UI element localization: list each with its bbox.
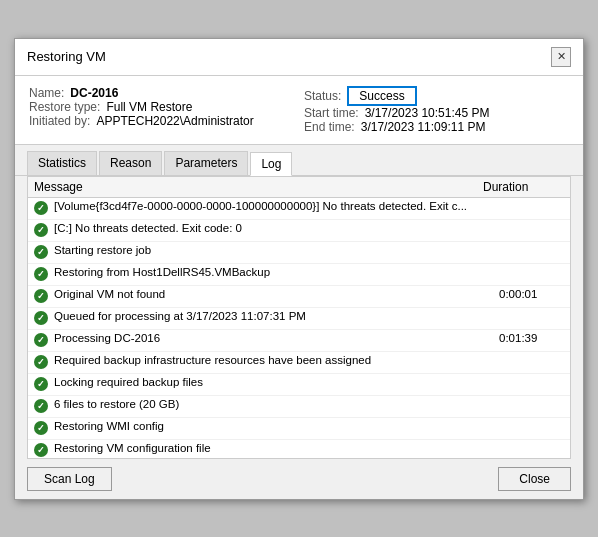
log-message: [C:] No threats detected. Exit code: 0 bbox=[54, 222, 499, 234]
log-message: Starting restore job bbox=[54, 244, 499, 256]
info-section: Name: DC-2016 Restore type: Full VM Rest… bbox=[15, 76, 583, 145]
dialog-title: Restoring VM bbox=[27, 49, 106, 64]
log-message: Processing DC-2016 bbox=[54, 332, 499, 344]
log-message: Restoring WMI config bbox=[54, 420, 499, 432]
log-body[interactable]: [Volume{f3cd4f7e-0000-0000-0000-10000000… bbox=[28, 198, 570, 458]
name-label: Name: bbox=[29, 86, 64, 100]
restore-type-value: Full VM Restore bbox=[106, 100, 192, 114]
log-row: Restoring WMI config bbox=[28, 418, 570, 440]
tab-reason[interactable]: Reason bbox=[99, 151, 162, 175]
restore-type-label: Restore type: bbox=[29, 100, 100, 114]
status-badge: Success bbox=[347, 86, 416, 106]
success-icon bbox=[34, 311, 50, 327]
log-row: Processing DC-20160:01:39 bbox=[28, 330, 570, 352]
info-initiated-row: Initiated by: APPTECH2022\Administrator bbox=[29, 114, 294, 128]
start-time-value: 3/17/2023 10:51:45 PM bbox=[365, 106, 490, 120]
tab-statistics[interactable]: Statistics bbox=[27, 151, 97, 175]
tab-log[interactable]: Log bbox=[250, 152, 292, 176]
initiated-label: Initiated by: bbox=[29, 114, 90, 128]
tabs-bar: Statistics Reason Parameters Log bbox=[15, 145, 583, 176]
info-end-time-row: End time: 3/17/2023 11:09:11 PM bbox=[304, 120, 569, 134]
log-table: Message Duration [Volume{f3cd4f7e-0000-0… bbox=[27, 176, 571, 459]
scan-log-button[interactable]: Scan Log bbox=[27, 467, 112, 491]
info-name-row: Name: DC-2016 bbox=[29, 86, 294, 100]
dialog: Restoring VM ✕ Name: DC-2016 Restore typ… bbox=[14, 38, 584, 500]
success-icon bbox=[34, 267, 50, 283]
footer: Scan Log Close bbox=[15, 459, 583, 499]
info-status-row: Status: Success bbox=[304, 86, 569, 106]
info-column-left: Name: DC-2016 Restore type: Full VM Rest… bbox=[29, 86, 294, 134]
log-message: Restoring from Host1DellRS45.VMBackup bbox=[54, 266, 499, 278]
log-row: Restoring VM configuration file bbox=[28, 440, 570, 458]
col-duration-header: Duration bbox=[483, 180, 548, 194]
success-icon bbox=[34, 289, 50, 305]
log-message: [Volume{f3cd4f7e-0000-0000-0000-10000000… bbox=[54, 200, 499, 212]
initiated-value: APPTECH2022\Administrator bbox=[96, 114, 253, 128]
log-message: Restoring VM configuration file bbox=[54, 442, 499, 454]
log-message: Locking required backup files bbox=[54, 376, 499, 388]
end-time-label: End time: bbox=[304, 120, 355, 134]
log-row: Queued for processing at 3/17/2023 11:07… bbox=[28, 308, 570, 330]
log-message: Required backup infrastructure resources… bbox=[54, 354, 499, 366]
col-message-header: Message bbox=[34, 180, 483, 194]
log-row: Locking required backup files bbox=[28, 374, 570, 396]
log-duration: 0:00:01 bbox=[499, 288, 564, 300]
log-table-header: Message Duration bbox=[28, 177, 570, 198]
log-message: Queued for processing at 3/17/2023 11:07… bbox=[54, 310, 499, 322]
log-message: 6 files to restore (20 GB) bbox=[54, 398, 499, 410]
log-row: 6 files to restore (20 GB) bbox=[28, 396, 570, 418]
log-row: [Volume{f3cd4f7e-0000-0000-0000-10000000… bbox=[28, 198, 570, 220]
close-button[interactable]: Close bbox=[498, 467, 571, 491]
success-icon bbox=[34, 443, 50, 458]
success-icon bbox=[34, 333, 50, 349]
log-row: Required backup infrastructure resources… bbox=[28, 352, 570, 374]
success-icon bbox=[34, 421, 50, 437]
success-icon bbox=[34, 377, 50, 393]
start-time-label: Start time: bbox=[304, 106, 359, 120]
window-close-button[interactable]: ✕ bbox=[551, 47, 571, 67]
log-message: Original VM not found bbox=[54, 288, 499, 300]
success-icon bbox=[34, 223, 50, 239]
end-time-value: 3/17/2023 11:09:11 PM bbox=[361, 120, 486, 134]
status-label: Status: bbox=[304, 89, 341, 103]
info-column-right: Status: Success Start time: 3/17/2023 10… bbox=[304, 86, 569, 134]
success-icon bbox=[34, 245, 50, 261]
log-row: [C:] No threats detected. Exit code: 0 bbox=[28, 220, 570, 242]
name-value: DC-2016 bbox=[70, 86, 118, 100]
log-row: Starting restore job bbox=[28, 242, 570, 264]
info-start-time-row: Start time: 3/17/2023 10:51:45 PM bbox=[304, 106, 569, 120]
log-row: Restoring from Host1DellRS45.VMBackup bbox=[28, 264, 570, 286]
tab-parameters[interactable]: Parameters bbox=[164, 151, 248, 175]
success-icon bbox=[34, 201, 50, 217]
info-restore-type-row: Restore type: Full VM Restore bbox=[29, 100, 294, 114]
log-duration: 0:01:39 bbox=[499, 332, 564, 344]
success-icon bbox=[34, 399, 50, 415]
success-icon bbox=[34, 355, 50, 371]
title-bar: Restoring VM ✕ bbox=[15, 39, 583, 76]
log-row: Original VM not found0:00:01 bbox=[28, 286, 570, 308]
